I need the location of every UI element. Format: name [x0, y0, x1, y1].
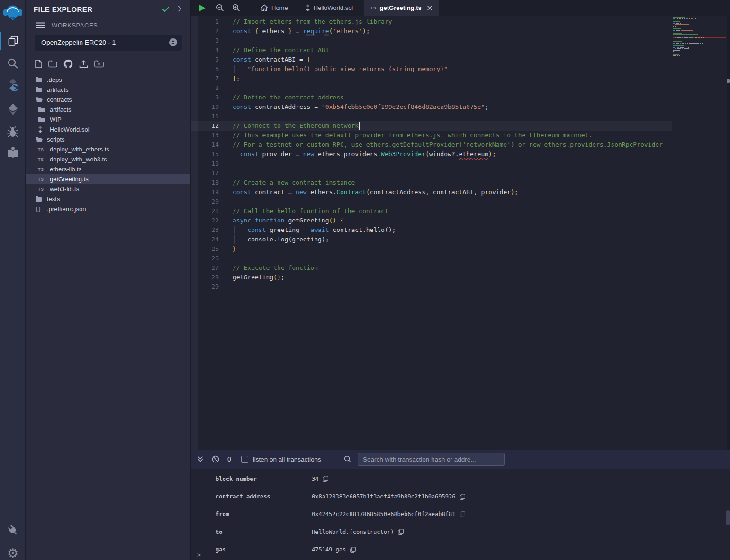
plugin-manager-icon[interactable] [0, 520, 26, 541]
clear-console-icon[interactable] [212, 455, 219, 463]
code-line-6: 6 "function hello() public view returns … [191, 64, 672, 74]
minimap-line [673, 18, 726, 19]
file-tree-item-getgreeting-ts[interactable]: TSgetGreeting.ts [26, 174, 190, 184]
code-line-10: 10const contractAddress = "0xb54febb5c0c… [191, 102, 672, 112]
code-line-26: 26 [191, 254, 672, 263]
file-tree-item-label: ethers-lib.ts [50, 166, 81, 173]
tab-label: Home [271, 4, 288, 11]
file-tree-item-tests[interactable]: tests [26, 194, 190, 204]
search-icon[interactable] [0, 53, 26, 74]
solidity-unit-testing-icon[interactable] [0, 142, 26, 163]
tab-home[interactable]: Home [254, 0, 295, 16]
code-text: const { ethers } = require('ethers'); [233, 27, 370, 36]
file-explorer-icon[interactable] [0, 30, 26, 51]
home-icon [261, 4, 268, 11]
file-tree-item-label: WIP [50, 116, 62, 123]
run-script-button[interactable] [198, 4, 206, 12]
editor-scrollbar-thumb[interactable] [727, 79, 730, 83]
minimap-line [673, 33, 726, 34]
workspace-select[interactable]: OpenZeppelin ERC20 - 1 [35, 35, 182, 51]
file-tree-item-artifacts[interactable]: artifacts [26, 105, 190, 115]
minimap-line [673, 55, 726, 56]
file-tree-item-wip[interactable]: WIP [26, 115, 190, 124]
code-text: } [233, 244, 236, 254]
hamburger-menu-icon[interactable] [36, 22, 45, 28]
file-tree-item-deploy-with-ethers-ts[interactable]: TSdeploy_with_ethers.ts [26, 144, 190, 154]
tab-helloworld-sol[interactable]: HelloWorld.sol [299, 0, 360, 16]
zoom-in-button[interactable] [232, 4, 240, 12]
code-text: console.log(greeting); [233, 235, 329, 244]
code-line-13: 13// This example uses the default provi… [191, 131, 672, 140]
new-folder-icon[interactable] [48, 60, 57, 68]
file-tree-item-helloworld-sol[interactable]: HelloWorld.sol [26, 124, 190, 134]
line-number: 28 [198, 273, 219, 282]
collapse-terminal-icon[interactable] [197, 456, 204, 462]
upload-file-icon[interactable] [79, 60, 88, 68]
chevron-right-icon[interactable] [178, 5, 182, 14]
solidity-compiler-icon[interactable] [0, 75, 26, 96]
clone-github-icon[interactable] [63, 59, 73, 69]
code-line-11: 11 [191, 112, 672, 121]
code-editor[interactable]: 1// Import ethers from the ethers.js lib… [191, 16, 730, 450]
minimap-line [673, 47, 726, 48]
code-text: const provider = new ethers.providers.We… [233, 150, 496, 159]
minimap-line [673, 20, 726, 21]
file-tree-item-contracts[interactable]: contracts [26, 95, 190, 105]
line-number: 24 [198, 235, 219, 244]
code-line-12: 12// Connect to the Ethereum network [191, 121, 672, 131]
file-tree-item-label: .deps [47, 76, 62, 83]
copy-icon[interactable] [350, 547, 356, 553]
settings-icon[interactable]: ⚙ [0, 542, 26, 560]
deploy-and-run-icon[interactable] [0, 98, 26, 119]
minimap-line [673, 37, 726, 38]
line-number: 5 [198, 55, 219, 64]
listen-checkbox-label[interactable]: listen on all transactions [253, 456, 321, 463]
copy-icon[interactable] [398, 529, 404, 535]
minimap-line [673, 31, 726, 32]
terminal-panel: 0 listen on all transactions block numbe… [191, 450, 730, 560]
file-tree-item-artifacts[interactable]: artifacts [26, 85, 190, 95]
minimap-line [673, 30, 726, 31]
minimap-line [673, 48, 726, 49]
line-number: 23 [198, 225, 219, 235]
new-file-icon[interactable] [35, 60, 42, 68]
minimap-line [673, 36, 726, 36]
code-text: // This example uses the default provide… [233, 131, 592, 140]
remix-logo-icon[interactable] [0, 3, 26, 24]
file-tree-item-label: deploy_with_web3.ts [50, 156, 107, 163]
minimap-line [673, 40, 726, 41]
copy-icon[interactable] [323, 476, 328, 482]
zoom-out-button[interactable] [216, 4, 224, 12]
tab-getgreeting-ts[interactable]: TSgetGreeting.ts [364, 0, 439, 16]
close-tab-icon[interactable] [427, 5, 433, 11]
file-tree-item-label: deploy_with_ethers.ts [50, 146, 109, 153]
tx-detail-value: HelloWorld.(constructor) [312, 529, 394, 535]
line-number: 29 [198, 282, 219, 292]
file-tree-item--prettierrc-json[interactable]: {}.prettierrc.json [26, 204, 190, 214]
check-icon[interactable] [162, 6, 170, 14]
minimap-line [673, 57, 726, 58]
copy-icon[interactable] [460, 511, 465, 517]
file-tree-item-label: artifacts [50, 106, 72, 113]
file-tree-item-deploy-with-web3-ts[interactable]: TSdeploy_with_web3.ts [26, 154, 190, 164]
debugger-icon[interactable] [0, 121, 26, 142]
file-tree-item--deps[interactable]: .deps [26, 75, 190, 85]
upload-folder-icon[interactable] [94, 60, 104, 68]
terminal-prompt[interactable]: > [197, 551, 201, 559]
code-line-18: 18// Create a new contract instance [191, 178, 672, 187]
remix-ide-window: ⚙ FILE EXPLORER WORKSPACES OpenZeppelin … [0, 0, 730, 560]
listen-all-transactions-checkbox[interactable] [241, 456, 248, 463]
workspaces-row: WORKSPACES [26, 22, 190, 29]
file-tree-item-label: web3-lib.ts [50, 186, 79, 193]
file-tree-item-scripts[interactable]: scripts [26, 134, 190, 144]
terminal-scrollbar-thumb[interactable] [726, 510, 730, 525]
folder-icon [35, 77, 44, 83]
copy-icon[interactable] [460, 494, 465, 500]
tx-detail-value: 34 [312, 476, 318, 482]
code-text: const contract = new ethers.Contract(con… [233, 187, 518, 197]
file-tree-item-web3-lib-ts[interactable]: TSweb3-lib.ts [26, 184, 190, 194]
transaction-search-input[interactable] [358, 453, 505, 466]
folder-icon [35, 87, 44, 93]
minimap[interactable] [672, 16, 726, 58]
file-tree-item-ethers-lib-ts[interactable]: TSethers-lib.ts [26, 164, 190, 174]
